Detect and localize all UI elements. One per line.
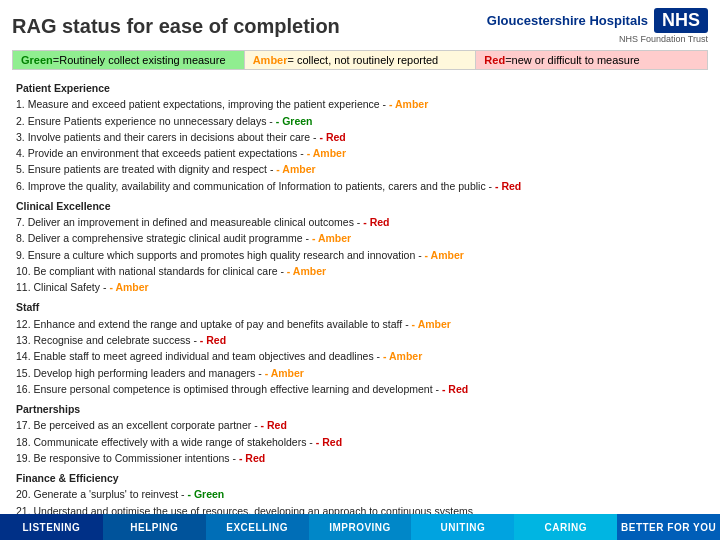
status-badge: - Amber [307, 147, 346, 159]
legend-green: Green=Routinely collect existing measure [13, 51, 245, 69]
status-badge: - Red [316, 436, 342, 448]
footer-item-excelling: EXCELLING [206, 514, 309, 540]
amber-label: Amber [253, 54, 288, 66]
section-title: Patient Experience [16, 80, 704, 96]
status-badge: - Red [320, 131, 346, 143]
list-item: 10. Be compliant with national standards… [16, 263, 704, 279]
list-item: 16. Ensure personal competence is optimi… [16, 381, 704, 397]
footer: LISTENINGHELPINGEXCELLINGIMPROVINGUNITIN… [0, 514, 720, 540]
status-badge: - Amber [265, 367, 304, 379]
status-badge: - Amber [425, 249, 464, 261]
list-item: 17. Be perceived as an excellent corpora… [16, 417, 704, 433]
status-badge: - Amber [412, 318, 451, 330]
logo-text: Gloucestershire Hospitals [487, 13, 648, 29]
list-item: 9. Ensure a culture which supports and p… [16, 247, 704, 263]
status-badge: - Red [200, 334, 226, 346]
green-label: Green [21, 54, 53, 66]
legend-row: Green=Routinely collect existing measure… [12, 50, 708, 70]
footer-item-listening: LISTENING [0, 514, 103, 540]
list-item: 21. Understand and optimise the use of r… [16, 503, 704, 514]
section-title: Clinical Excellence [16, 198, 704, 214]
status-badge: - Amber [276, 163, 315, 175]
status-badge: - Red [442, 383, 468, 395]
legend-red: Red=new or difficult to measure [476, 51, 707, 69]
section-title: Finance & Efficiency [16, 470, 704, 486]
status-badge: - Amber [312, 232, 351, 244]
green-desc: =Routinely collect existing measure [53, 54, 226, 66]
list-item: 8. Deliver a comprehensive strategic cli… [16, 230, 704, 246]
list-item: 7. Deliver an improvement in defined and… [16, 214, 704, 230]
legend-amber: Amber= collect, not routinely reported [245, 51, 477, 69]
page-title: RAG status for ease of completion [12, 15, 340, 38]
list-item: 2. Ensure Patients experience no unneces… [16, 113, 704, 129]
status-badge: - Red [495, 180, 521, 192]
list-item: 13. Recognise and celebrate success - - … [16, 332, 704, 348]
list-item: 19. Be responsive to Commissioner intent… [16, 450, 704, 466]
list-item: 18. Communicate effectively with a wide … [16, 434, 704, 450]
status-badge: - Green [276, 115, 313, 127]
logo-sub: NHS Foundation Trust [619, 34, 708, 44]
status-badge: - Red [239, 452, 265, 464]
section-title: Staff [16, 299, 704, 315]
list-item: 4. Provide an environment that exceeds p… [16, 145, 704, 161]
list-item: 20. Generate a 'surplus' to reinvest - -… [16, 486, 704, 502]
status-badge: - Green [188, 488, 225, 500]
footer-item-helping: HELPING [103, 514, 206, 540]
list-item: 3. Involve patients and their carers in … [16, 129, 704, 145]
header: RAG status for ease of completion Glouce… [0, 0, 720, 50]
status-badge: - Red [261, 419, 287, 431]
nhs-badge: NHS [654, 8, 708, 33]
footer-item-caring: CARING [514, 514, 617, 540]
status-badge: - Red [363, 216, 389, 228]
footer-item-better-for-you: BETTER FOR YOU [617, 514, 720, 540]
logo-area: Gloucestershire Hospitals NHS NHS Founda… [487, 8, 708, 44]
section-title: Partnerships [16, 401, 704, 417]
list-item: 11. Clinical Safety - - Amber [16, 279, 704, 295]
list-item: 15. Develop high performing leaders and … [16, 365, 704, 381]
list-item: 12. Enhance and extend the range and upt… [16, 316, 704, 332]
list-item: 6. Improve the quality, availability and… [16, 178, 704, 194]
status-badge: - Amber [383, 350, 422, 362]
amber-desc: = collect, not routinely reported [288, 54, 439, 66]
list-item: 5. Ensure patients are treated with dign… [16, 161, 704, 177]
red-label: Red [484, 54, 505, 66]
logo-top: Gloucestershire Hospitals NHS [487, 8, 708, 33]
list-item: 14. Enable staff to meet agreed individu… [16, 348, 704, 364]
footer-item-improving: IMPROVING [309, 514, 412, 540]
main-content: Patient Experience1. Measure and exceed … [0, 70, 720, 514]
list-item: 1. Measure and exceed patient expectatio… [16, 96, 704, 112]
red-desc: =new or difficult to measure [505, 54, 640, 66]
footer-item-uniting: UNITING [411, 514, 514, 540]
status-badge: - Amber [109, 281, 148, 293]
status-badge: - Amber [287, 265, 326, 277]
status-badge: - Amber [389, 98, 428, 110]
